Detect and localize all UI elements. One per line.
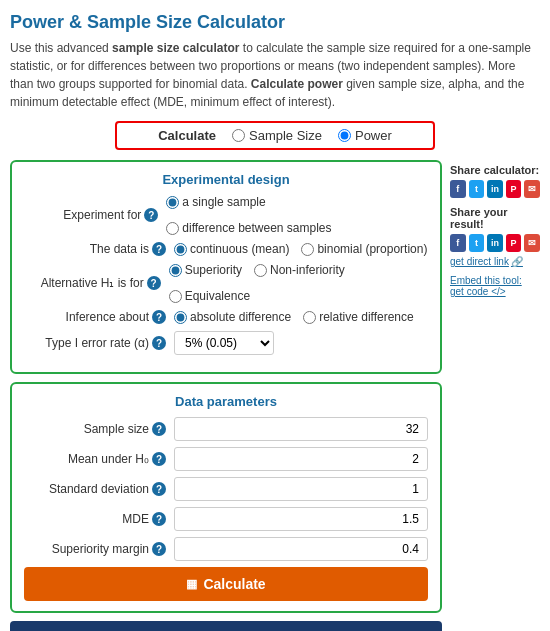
- embed-code-link[interactable]: get code </>: [450, 286, 540, 297]
- binomial-label[interactable]: binomial (proportion): [317, 242, 427, 256]
- single-sample-radio[interactable]: [166, 196, 179, 209]
- equivalence-option: Equivalence: [169, 289, 250, 303]
- linkedin-share-icon[interactable]: in: [487, 180, 503, 198]
- direct-link[interactable]: get direct link 🔗: [450, 256, 540, 267]
- continuous-label[interactable]: continuous (mean): [190, 242, 289, 256]
- superiority-margin-help-icon[interactable]: ?: [152, 542, 166, 556]
- type1-error-label: Type I error rate (α) ?: [24, 336, 174, 350]
- inference-about-label: Inference about ?: [24, 310, 174, 324]
- inference-about-options: absolute difference relative difference: [174, 310, 414, 324]
- binomial-option: binomial (proportion): [301, 242, 427, 256]
- type1-error-help-icon[interactable]: ?: [152, 336, 166, 350]
- inference-about-row: Inference about ? absolute difference re…: [24, 310, 428, 324]
- relative-diff-label[interactable]: relative difference: [319, 310, 414, 324]
- data-is-options: continuous (mean) binomial (proportion): [174, 242, 427, 256]
- experiment-for-row: Experiment for ? a single sample differe…: [24, 195, 428, 235]
- binomial-radio[interactable]: [301, 243, 314, 256]
- link-icon: 🔗: [511, 256, 523, 267]
- sample-size-radio-label[interactable]: Sample Size: [249, 128, 322, 143]
- linkedin-result-icon[interactable]: in: [487, 234, 503, 252]
- single-sample-option: a single sample: [166, 195, 265, 209]
- equivalence-radio[interactable]: [169, 290, 182, 303]
- alternative-h1-options: Superiority Non-inferiority Equivalence: [169, 263, 428, 303]
- relative-diff-radio[interactable]: [303, 311, 316, 324]
- difference-samples-label[interactable]: difference between samples: [182, 221, 331, 235]
- data-is-label: The data is ?: [24, 242, 174, 256]
- experimental-design-card: Experimental design Experiment for ? a s…: [10, 160, 442, 374]
- type1-error-select[interactable]: 5% (0.05) 1% (0.01) 10% (0.10): [174, 331, 274, 355]
- left-panel: Experimental design Experiment for ? a s…: [10, 160, 442, 631]
- superiority-radio[interactable]: [169, 264, 182, 277]
- intro-paragraph: Use this advanced sample size calculator…: [10, 39, 540, 111]
- alternative-h1-row: Alternative H₁ is for ? Superiority Non-…: [24, 263, 428, 303]
- calculate-bar: Calculate Sample Size Power: [115, 121, 435, 150]
- sample-size-input[interactable]: [174, 417, 428, 441]
- email-result-icon[interactable]: ✉: [524, 234, 540, 252]
- mean-h0-row: Mean under H₀ ?: [24, 447, 428, 471]
- std-dev-input[interactable]: [174, 477, 428, 501]
- absolute-diff-option: absolute difference: [174, 310, 291, 324]
- share-result-title: Share your result!: [450, 206, 540, 230]
- experiment-for-label: Experiment for ?: [24, 208, 166, 222]
- mde-row: MDE ?: [24, 507, 428, 531]
- non-inferiority-label[interactable]: Non-inferiority: [270, 263, 345, 277]
- results-header: ✓ Calculation results: [10, 621, 442, 631]
- data-parameters-title: Data parameters: [24, 394, 428, 409]
- mde-input[interactable]: [174, 507, 428, 531]
- superiority-option: Superiority: [169, 263, 242, 277]
- non-inferiority-option: Non-inferiority: [254, 263, 345, 277]
- absolute-diff-label[interactable]: absolute difference: [190, 310, 291, 324]
- calculate-bar-label: Calculate: [158, 128, 216, 143]
- experiment-for-help-icon[interactable]: ?: [144, 208, 158, 222]
- std-dev-label: Standard deviation ?: [24, 482, 174, 496]
- non-inferiority-radio[interactable]: [254, 264, 267, 277]
- pinterest-share-icon[interactable]: P: [506, 180, 522, 198]
- std-dev-help-icon[interactable]: ?: [152, 482, 166, 496]
- calculate-button-label: Calculate: [203, 576, 265, 592]
- mde-label: MDE ?: [24, 512, 174, 526]
- mean-h0-label: Mean under H₀ ?: [24, 452, 174, 466]
- continuous-option: continuous (mean): [174, 242, 289, 256]
- absolute-diff-radio[interactable]: [174, 311, 187, 324]
- main-content: Experimental design Experiment for ? a s…: [10, 160, 540, 631]
- facebook-result-icon[interactable]: f: [450, 234, 466, 252]
- sample-size-help-icon[interactable]: ?: [152, 422, 166, 436]
- superiority-margin-row: Superiority margin ?: [24, 537, 428, 561]
- page-title: Power & Sample Size Calculator: [10, 12, 540, 33]
- power-radio-label[interactable]: Power: [355, 128, 392, 143]
- continuous-radio[interactable]: [174, 243, 187, 256]
- share-calculator-section: Share calculator: f t in P ✉: [450, 164, 540, 198]
- mean-h0-input[interactable]: [174, 447, 428, 471]
- alternative-h1-help-icon[interactable]: ?: [147, 276, 161, 290]
- twitter-share-icon[interactable]: t: [469, 180, 485, 198]
- power-radio-group: Power: [338, 128, 392, 143]
- facebook-share-icon[interactable]: f: [450, 180, 466, 198]
- embed-section: Embed this tool: get code </>: [450, 275, 540, 297]
- sample-size-label: Sample size ?: [24, 422, 174, 436]
- superiority-margin-label: Superiority margin ?: [24, 542, 174, 556]
- superiority-label[interactable]: Superiority: [185, 263, 242, 277]
- single-sample-label[interactable]: a single sample: [182, 195, 265, 209]
- mean-h0-help-icon[interactable]: ?: [152, 452, 166, 466]
- email-share-icon[interactable]: ✉: [524, 180, 540, 198]
- share-result-section: Share your result! f t in P ✉ get direct…: [450, 206, 540, 267]
- data-is-help-icon[interactable]: ?: [152, 242, 166, 256]
- power-radio[interactable]: [338, 129, 351, 142]
- superiority-margin-input[interactable]: [174, 537, 428, 561]
- inference-about-help-icon[interactable]: ?: [152, 310, 166, 324]
- experiment-for-options: a single sample difference between sampl…: [166, 195, 428, 235]
- embed-title: Embed this tool:: [450, 275, 540, 286]
- data-parameters-card: Data parameters Sample size ? Mean under…: [10, 382, 442, 613]
- share-result-icons: f t in P ✉: [450, 234, 540, 252]
- pinterest-result-icon[interactable]: P: [506, 234, 522, 252]
- calculate-button[interactable]: ▦ Calculate: [24, 567, 428, 601]
- equivalence-label[interactable]: Equivalence: [185, 289, 250, 303]
- mde-help-icon[interactable]: ?: [152, 512, 166, 526]
- sample-size-radio[interactable]: [232, 129, 245, 142]
- share-calculator-icons: f t in P ✉: [450, 180, 540, 198]
- difference-samples-radio[interactable]: [166, 222, 179, 235]
- experimental-design-title: Experimental design: [24, 172, 428, 187]
- twitter-result-icon[interactable]: t: [469, 234, 485, 252]
- std-dev-row: Standard deviation ?: [24, 477, 428, 501]
- calc-table-icon: ▦: [186, 577, 197, 591]
